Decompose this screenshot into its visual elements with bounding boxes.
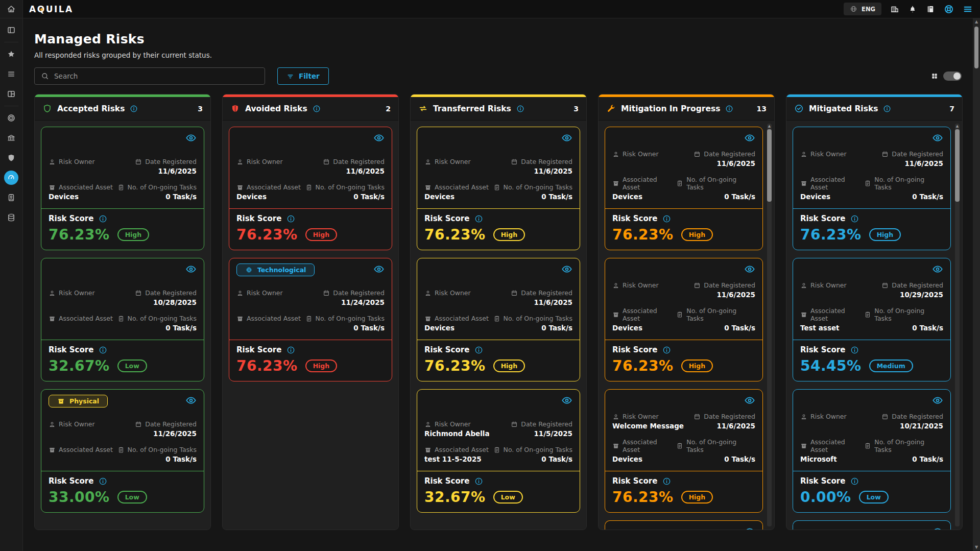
risk-card[interactable]: Risk Owner Date Registered 10/28/2025 As…	[41, 258, 204, 381]
info-icon[interactable]	[286, 214, 295, 223]
sidebar-item-favorites[interactable]	[4, 47, 18, 61]
info-row: Risk Owner Date Registered	[49, 420, 197, 428]
risk-card[interactable]: Risk Owner Date Registered 11/6/2025 Ass…	[41, 127, 204, 250]
clipboard-icon	[305, 184, 313, 191]
column-count: 3	[198, 105, 203, 113]
risk-card[interactable]: Risk Owner Date Registered 11/6/2025 Ass…	[417, 258, 580, 381]
sidebar-item-identity[interactable]	[4, 190, 18, 205]
severity-badge: High	[305, 228, 338, 241]
info-icon[interactable]	[516, 105, 524, 113]
clipboard-icon	[117, 184, 125, 191]
info-icon[interactable]	[286, 346, 295, 354]
view-risk-eye-icon[interactable]	[744, 526, 755, 530]
risk-card[interactable]: Risk Owner Date Registered 10/21/2025 As…	[793, 389, 951, 513]
info-icon[interactable]	[725, 105, 733, 113]
view-toggle[interactable]	[943, 71, 962, 81]
risk-card[interactable]: Risk Owner Date Registered 11/6/2025 Ass…	[605, 127, 763, 250]
risk-card[interactable]: Technological Risk Owner Date Registered	[229, 258, 392, 381]
sidebar-item-panels[interactable]	[4, 23, 18, 37]
scrollbar-thumb[interactable]	[767, 129, 772, 202]
view-risk-eye-icon[interactable]	[185, 263, 197, 275]
column-title: Avoided Risks	[245, 104, 307, 113]
person-icon	[49, 158, 56, 165]
info-icon[interactable]	[662, 477, 671, 486]
associated-asset-value: Devices	[424, 193, 455, 202]
sidebar-item-radar[interactable]	[4, 111, 18, 125]
view-risk-eye-icon[interactable]	[744, 132, 755, 143]
info-icon[interactable]	[474, 214, 483, 223]
view-risk-eye-icon[interactable]	[373, 263, 385, 275]
info-icon[interactable]	[662, 346, 671, 354]
view-risk-eye-icon[interactable]	[744, 263, 755, 275]
scrollbar-thumb[interactable]	[974, 27, 978, 68]
view-risk-eye-icon[interactable]	[561, 263, 572, 275]
sidebar-item-lists[interactable]	[4, 67, 18, 81]
info-icon[interactable]	[883, 105, 891, 113]
info-icon[interactable]	[99, 214, 107, 223]
info-icon[interactable]	[850, 214, 859, 223]
id-badge-icon	[7, 193, 16, 202]
associated-asset-value: Devices	[49, 193, 79, 202]
risk-column-transferred-risks: Transferred Risks 3 Risk Owner	[410, 94, 587, 530]
date-registered-label: Date Registered	[333, 158, 385, 165]
view-risk-eye-icon[interactable]	[561, 132, 572, 143]
scrollbar-thumb[interactable]	[955, 129, 960, 202]
info-row: Risk Owner Date Registered	[800, 281, 943, 289]
risk-card[interactable]: Physical Risk Owner Date Registered	[41, 389, 204, 513]
support-button[interactable]	[944, 4, 954, 14]
view-risk-eye-icon[interactable]	[373, 132, 385, 143]
main-menu-button[interactable]	[963, 4, 973, 14]
search-input[interactable]	[54, 72, 258, 80]
view-risk-eye-icon[interactable]	[561, 395, 572, 406]
sidebar-top	[0, 0, 22, 18]
view-risk-eye-icon[interactable]	[932, 263, 943, 275]
sidebar-item-board-view[interactable]	[4, 87, 18, 101]
documentation-button[interactable]	[926, 5, 935, 14]
risk-card[interactable]: Risk Owner Date Registered Associated As…	[793, 520, 951, 530]
sidebar-item-managed-risks[interactable]	[4, 171, 18, 185]
info-icon[interactable]	[850, 477, 859, 486]
info-icon[interactable]	[662, 214, 671, 223]
risk-card[interactable]: Risk Owner Date Registered 11/6/2025 Ass…	[605, 258, 763, 381]
risk-card[interactable]: Risk Owner Date Registered Welcome Messa…	[605, 389, 763, 513]
info-icon[interactable]	[474, 346, 483, 354]
info-icon[interactable]	[474, 477, 483, 486]
ongoing-tasks-value: 0 Task/s	[541, 455, 572, 465]
scroll-down-arrow[interactable]: ▼	[975, 544, 978, 551]
language-selector[interactable]: ENG	[844, 3, 881, 15]
view-risk-eye-icon[interactable]	[932, 526, 943, 530]
organization-button[interactable]	[890, 5, 899, 14]
sidebar-item-home[interactable]	[4, 2, 18, 16]
risk-card[interactable]: Risk Owner Date Registered 11/6/2025 Ass…	[417, 127, 580, 250]
sidebar-item-assets[interactable]	[4, 210, 18, 225]
filter-button[interactable]: Filter	[277, 67, 329, 85]
clipboard-icon	[864, 442, 871, 449]
scroll-up-arrow[interactable]: ▲	[975, 18, 978, 26]
notifications-button[interactable]	[908, 5, 917, 14]
clipboard-icon	[676, 442, 683, 449]
scroll-up-arrow[interactable]: ▲	[768, 124, 771, 129]
risk-card[interactable]: Risk Owner Date Registered 10/29/2025 As…	[793, 258, 951, 381]
brand-logo[interactable]: AQUILA	[29, 4, 74, 14]
view-risk-eye-icon[interactable]	[932, 132, 943, 143]
info-icon[interactable]	[99, 346, 107, 354]
sidebar-item-governance[interactable]	[4, 131, 18, 145]
info-icon[interactable]	[99, 477, 107, 486]
view-risk-eye-icon[interactable]	[744, 395, 755, 406]
card-main: Risk Owner Date Registered 11/6/2025 Ass…	[229, 127, 392, 208]
view-risk-eye-icon[interactable]	[185, 132, 197, 143]
info-icon[interactable]	[313, 105, 321, 113]
card-top	[424, 263, 572, 278]
risk-card[interactable]: Risk Owner Date Registered Richmond Abel…	[417, 389, 580, 513]
sidebar-item-protection[interactable]	[4, 151, 18, 165]
risk-card[interactable]: Risk Owner Date Registered 11/6/2025 Ass…	[229, 127, 392, 250]
scroll-up-arrow[interactable]: ▲	[956, 124, 959, 129]
grid-view-icon[interactable]	[931, 73, 938, 80]
view-risk-eye-icon[interactable]	[185, 395, 197, 406]
view-risk-eye-icon[interactable]	[932, 395, 943, 406]
associated-asset-label: Associated Asset	[435, 446, 489, 453]
risk-card[interactable]: Risk Owner Date Registered 11/6/2025 Ass…	[793, 127, 951, 250]
info-icon[interactable]	[850, 346, 859, 354]
risk-card[interactable]: Risk Owner Date Registered Associated As…	[605, 520, 763, 530]
info-icon[interactable]	[130, 105, 138, 113]
